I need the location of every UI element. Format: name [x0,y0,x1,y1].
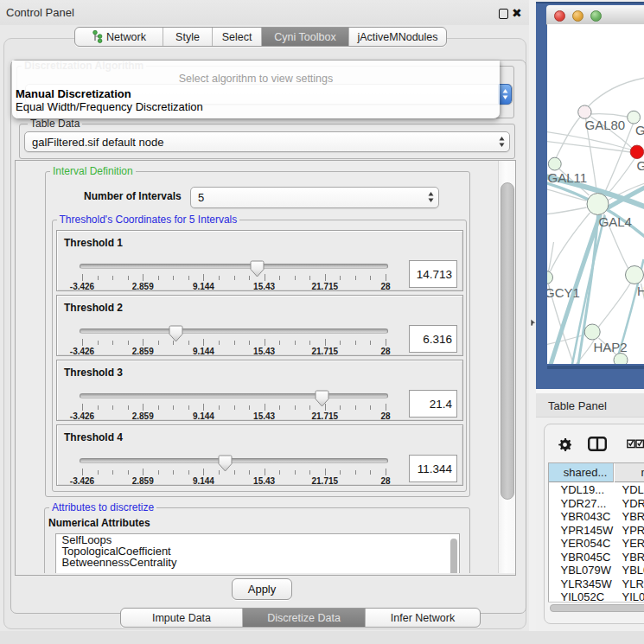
slider-tick [309,341,310,345]
mouse-cursor [530,318,537,327]
tab-impute-data[interactable]: Impute Data [121,609,243,627]
table-row[interactable]: YDR27...YDR2 [549,497,644,511]
network-node-G[interactable] [630,145,643,158]
slider-tick-label: 15.43 [253,476,275,486]
slider-thumb[interactable] [218,455,233,472]
split-columns-icon[interactable] [588,437,607,451]
cell-name: YLR3 [622,577,644,591]
slider-thumb[interactable] [169,325,183,342]
close-icon[interactable]: ✖ [512,6,524,20]
cell-name: YBR0 [622,510,644,524]
slider-tick [188,405,189,410]
slider-thumb[interactable] [315,390,329,407]
gear-icon[interactable] [558,438,571,451]
table-row[interactable]: YIL052CYIL0 [549,590,644,603]
network-node-GA[interactable] [627,111,640,124]
network-edge [590,114,627,117]
column-header-name[interactable]: n [615,463,644,482]
slider-tick [325,469,326,475]
cell-shared-name: YLR345W [561,577,612,591]
combo-blue-cap [498,84,512,105]
number-of-intervals-value: 5 [198,191,204,204]
network-node-GCY1[interactable] [547,271,553,284]
algorithm-dropdown-popup: Select algorithm to view settings Manual… [12,61,500,118]
tab-label: Cyni Toolbox [274,31,335,43]
slider-tick [279,470,280,475]
vertical-scrollbar-thumb[interactable] [501,182,514,500]
cell-shared-name: YBR043C [561,510,611,524]
table-row[interactable]: YPR145WYPR1 [549,524,644,538]
minimize-traffic-light[interactable] [572,10,583,22]
algorithm-option-manual[interactable]: Manual Discretization [16,87,131,100]
network-node-GAL4[interactable] [587,194,609,215]
network-node-GAL80[interactable] [577,105,590,118]
network-node-HAP2[interactable] [584,324,600,340]
threshold-value-field[interactable]: 6.316 [409,325,457,353]
slider-tick [234,405,235,410]
number-of-intervals-label: Number of Intervals [84,190,182,202]
attribute-list-items: SelfLoopsTopologicalCoefficientBetweenne… [56,534,459,569]
algorithm-option-equal-width[interactable]: Equal Width/Frequency Discretization [16,100,203,113]
cell-name: YDR2 [622,497,644,511]
slider-tick-label: 2.859 [132,347,154,356]
combo-arrows-icon [502,89,508,99]
vertical-scrollbar[interactable] [498,161,515,573]
table-row[interactable]: YBR045CYBR0 [549,551,644,564]
slider-tick [370,405,371,410]
slider-tick [386,469,386,475]
threshold-value-field[interactable]: 11.344 [409,455,457,482]
network-window-titlebar[interactable] [546,5,644,25]
table-row[interactable]: YDL19...YDL1 [549,483,644,497]
slider-tick-label: 21.715 [312,476,339,486]
close-traffic-light[interactable] [554,10,565,22]
table-row[interactable]: YBL079WYBL0 [549,564,644,577]
table-row[interactable]: YER054CYER0 [549,537,644,551]
slider-track[interactable] [80,328,388,334]
column-header-shared-name[interactable]: shared... [549,463,614,482]
slider-tick [82,339,83,346]
slider-tick [128,405,129,410]
network-canvas[interactable]: GAL80GAGGAL11GAL4GCY1HHAP2 [547,24,644,364]
table-data-combobox[interactable]: galFiltered.sif default node [24,131,510,152]
tab-label: Impute Data [152,612,211,624]
tab-discretize-data[interactable]: Discretize Data [243,609,366,627]
tab-select[interactable]: Select [213,28,262,46]
tab-cyni-toolbox[interactable]: Cyni Toolbox [262,28,349,46]
list-scrollbar[interactable] [450,535,458,573]
table-row[interactable]: YBR043CYBR0 [549,510,644,524]
number-of-intervals-combobox[interactable]: 5 [190,187,439,208]
slider-tick [188,341,189,345]
slider-tick [203,339,204,346]
horizontal-scrollbar[interactable] [548,602,644,611]
tab-style[interactable]: Style [163,28,213,46]
checkboxes-icon[interactable] [627,439,644,449]
network-node-GAL11[interactable] [548,157,561,170]
table-row[interactable]: YLR345WYLR3 [549,577,644,591]
threshold-value-field[interactable]: 14.713 [409,260,457,288]
slider-track[interactable] [80,264,388,269]
slider-track[interactable] [80,458,388,463]
numerical-attributes-list[interactable]: SelfLoopsTopologicalCoefficientBetweenne… [55,533,460,573]
cell-name: YBR0 [622,551,644,564]
tab-label: Select [222,31,252,43]
slider-tick [370,470,371,475]
zoom-traffic-light[interactable] [590,10,602,22]
tab-network[interactable]: Network [75,28,163,46]
list-scrollbar-thumb[interactable] [450,539,457,573]
slider-thumb[interactable] [250,260,265,277]
tab-infer-network[interactable]: Infer Network [366,609,480,627]
float-icon[interactable] [499,9,508,19]
slider-track[interactable] [80,393,388,399]
slider-tick [82,404,83,411]
tab-jactivemnodules[interactable]: jActiveMNodules [349,28,446,46]
apply-button[interactable]: Apply [232,578,292,600]
top-tab-bar: NetworkStyleSelectCyni ToolboxjActiveMNo… [74,27,447,47]
network-node-H[interactable] [625,266,643,284]
horizontal-scrollbar-thumb[interactable] [550,604,644,612]
attribute-item[interactable]: BetweennessCentrality [56,557,459,568]
cell-shared-name: YER054C [561,537,611,551]
network-node-node[interactable] [614,354,628,365]
threshold-value-field[interactable]: 21.4 [409,390,457,418]
network-view-window: GAL80GAGGAL11GAL4GCY1HHAP2 [536,2,644,389]
slider-tick [158,470,159,475]
